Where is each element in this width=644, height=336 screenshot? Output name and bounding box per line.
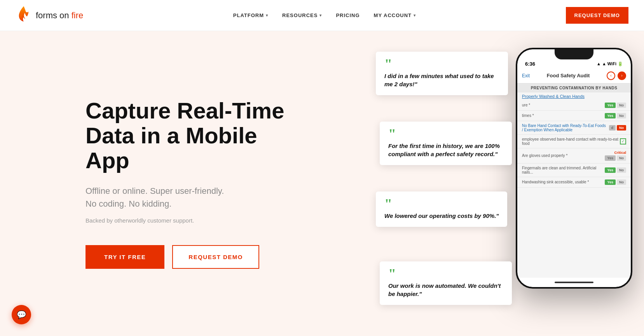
quote-text-2: For the first time in history, we are 10… bbox=[388, 142, 503, 158]
logo-link[interactable]: forms on fire bbox=[16, 5, 83, 26]
nav-menu: PLATFORM ▾ RESOURCES ▾ PRICING MY ACCOUN… bbox=[233, 12, 416, 18]
yes-button[interactable]: Yes bbox=[605, 155, 616, 161]
request-demo-button[interactable]: REQUEST DEMO bbox=[566, 7, 628, 24]
phone-nav-arrows: ‹ › bbox=[607, 71, 626, 80]
quote-mark-3: " bbox=[384, 198, 499, 210]
nav-item-pricing[interactable]: PRICING bbox=[336, 12, 360, 18]
logo-text: forms on fire bbox=[36, 10, 83, 21]
phone-row-5: Fingernails are clean and trimmed. Artif… bbox=[517, 164, 631, 177]
hero-subtitle: Offline or online. Super user-friendly. … bbox=[86, 185, 303, 210]
phone-exit-label[interactable]: Exit bbox=[522, 73, 530, 78]
phone-row-6: Handwashing sink accessible, usable * Ye… bbox=[517, 177, 631, 188]
quote-mark-2: " bbox=[388, 129, 503, 140]
nav-item-account[interactable]: MY ACCOUNT ▾ bbox=[374, 12, 416, 18]
phone-row-4: employee observed bare-hand contact with… bbox=[517, 135, 631, 148]
testimonial-card-4: " Our work is now automated. We couldn't… bbox=[380, 261, 512, 305]
phone-notch bbox=[555, 49, 593, 59]
quote-text-3: We lowered our operating costs by 90%." bbox=[384, 212, 499, 220]
phone-row-1: ure * Yes No bbox=[517, 100, 631, 111]
no-button[interactable]: No bbox=[617, 103, 626, 108]
prev-arrow-button[interactable]: ‹ bbox=[607, 71, 615, 80]
yes-button[interactable]: Yes bbox=[605, 103, 616, 108]
nav-item-resources[interactable]: RESOURCES ▾ bbox=[282, 12, 322, 18]
hero-buttons: TRY IT FREE REQUEST DEMO bbox=[86, 245, 303, 269]
phone-mockup: 6:36 ▲ ▲ WiFi 🔋 Exit Food Safety Audit ‹… bbox=[516, 48, 632, 289]
navbar: forms on fire PLATFORM ▾ RESOURCES ▾ PRI… bbox=[0, 0, 644, 31]
phone-section-link[interactable]: Properly Washed & Clean Hands bbox=[517, 92, 631, 100]
phone-screen: 6:36 ▲ ▲ WiFi 🔋 Exit Food Safety Audit ‹… bbox=[517, 49, 631, 287]
critical-label: Critical bbox=[614, 151, 626, 155]
phone-time: 6:36 bbox=[525, 61, 535, 67]
yes-no-buttons-3: d No bbox=[609, 125, 627, 131]
yes-no-buttons-5: Yes No bbox=[605, 167, 626, 173]
phone-header: Exit Food Safety Audit ‹ › bbox=[517, 68, 631, 84]
checkbox-1[interactable]: ✓ bbox=[620, 138, 626, 144]
hero-content: Capture Real-Time Data in a Mobile App O… bbox=[86, 98, 303, 268]
yes-button[interactable]: Yes bbox=[605, 167, 616, 173]
nav-link-account[interactable]: MY ACCOUNT ▾ bbox=[374, 12, 416, 18]
quote-mark-1: " bbox=[384, 59, 499, 70]
nav-link-platform[interactable]: PLATFORM ▾ bbox=[233, 12, 268, 18]
try-it-free-button[interactable]: TRY IT FREE bbox=[86, 245, 164, 269]
quote-text-1: I did in a few minutes what used to take… bbox=[384, 72, 499, 88]
testimonial-card-3: " We lowered our operating costs by 90%.… bbox=[376, 192, 507, 227]
hero-title: Capture Real-Time Data in a Mobile App bbox=[86, 98, 303, 172]
phone-section-header: PREVENTING CONTAMINATION BY HANDS bbox=[517, 84, 631, 92]
hero-support-text: Backed by otherworldly customer support. bbox=[86, 217, 303, 224]
quote-text-4: Our work is now automated. We couldn't b… bbox=[388, 282, 503, 298]
chat-icon: 💬 bbox=[17, 310, 26, 319]
no-button[interactable]: No bbox=[617, 155, 626, 161]
nav-link-resources[interactable]: RESOURCES ▾ bbox=[282, 12, 322, 18]
no-button[interactable]: No bbox=[617, 167, 626, 173]
phone-signal-icons: ▲ ▲ WiFi 🔋 bbox=[597, 61, 623, 66]
next-arrow-button[interactable]: › bbox=[618, 71, 626, 80]
yes-no-buttons-2: Yes No bbox=[605, 113, 626, 118]
testimonial-card-2: " For the first time in history, we are … bbox=[380, 122, 512, 165]
no-button[interactable]: No bbox=[617, 179, 626, 185]
yes-button[interactable]: Yes bbox=[605, 179, 616, 185]
chevron-down-icon: ▾ bbox=[414, 13, 416, 17]
testimonial-card-1: " I did in a few minutes what used to ta… bbox=[376, 52, 508, 96]
nav-link-pricing[interactable]: PRICING bbox=[336, 12, 360, 18]
yes-no-buttons-6: Yes No bbox=[605, 179, 626, 185]
quote-mark-4: " bbox=[388, 268, 503, 280]
phone-critical-row: Are gloves used properly * Critical Yes … bbox=[517, 148, 631, 164]
hero-section: Capture Real-Time Data in a Mobile App O… bbox=[0, 31, 644, 336]
yes-no-buttons-1: Yes No bbox=[605, 103, 626, 108]
phone-row-2: times * Yes No bbox=[517, 111, 631, 121]
phone-form-title: Food Safety Audit bbox=[547, 73, 590, 78]
request-demo-outline-button[interactable]: REQUEST DEMO bbox=[172, 245, 259, 269]
chevron-down-icon: ▾ bbox=[266, 13, 268, 17]
hero-right-panel: " I did in a few minutes what used to ta… bbox=[376, 40, 644, 327]
nav-item-platform[interactable]: PLATFORM ▾ bbox=[233, 12, 268, 18]
no-button[interactable]: No bbox=[617, 113, 626, 118]
chat-bubble[interactable]: 💬 bbox=[12, 305, 31, 324]
chevron-down-icon: ▾ bbox=[319, 13, 322, 17]
yes-no-buttons-4: Yes No bbox=[605, 155, 626, 161]
phone-row-3: No Bare Hand Contact with Ready-To-Eat F… bbox=[517, 121, 631, 135]
no-button[interactable]: No bbox=[617, 125, 626, 131]
yes-button[interactable]: d bbox=[609, 125, 616, 131]
yes-button[interactable]: Yes bbox=[605, 113, 616, 118]
flame-icon bbox=[16, 5, 32, 26]
